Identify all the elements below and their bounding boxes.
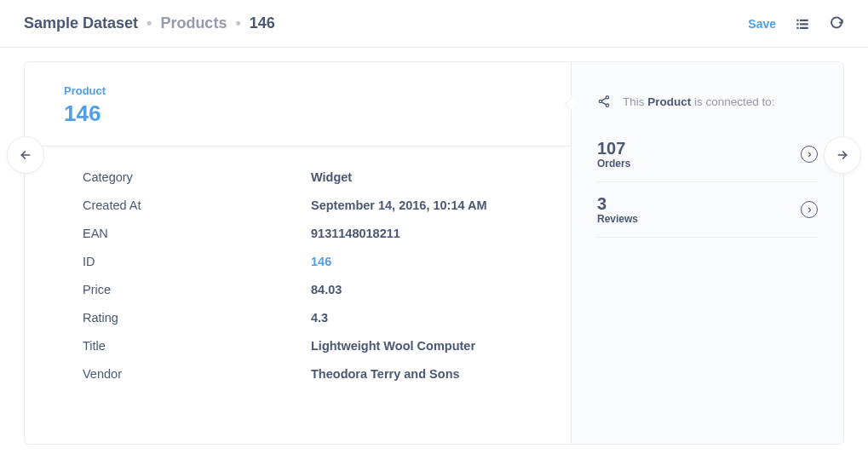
field-label: Rating <box>83 311 311 325</box>
app-header: Sample Dataset • Products • 146 Save <box>0 0 868 48</box>
related-item[interactable]: 107Orders <box>597 134 818 182</box>
field-value: Widget <box>311 170 352 184</box>
field-value: Theodora Terry and Sons <box>311 367 460 381</box>
refresh-icon[interactable] <box>829 16 844 32</box>
breadcrumb-separator: • <box>235 14 240 32</box>
list-icon[interactable] <box>795 16 810 32</box>
field-value: 9131148018211 <box>311 227 400 240</box>
field-row: ID146 <box>83 255 532 268</box>
field-row: EAN9131148018211 <box>83 227 532 240</box>
field-row: Created AtSeptember 14, 2016, 10:14 AM <box>83 198 532 212</box>
svg-point-6 <box>606 96 608 99</box>
field-label: Price <box>83 283 311 296</box>
field-row: Price84.03 <box>83 283 532 296</box>
related-count: 107 <box>597 139 630 158</box>
field-row: CategoryWidget <box>83 170 532 184</box>
record-details: Product 146 CategoryWidgetCreated AtSept… <box>25 62 571 444</box>
breadcrumb-table[interactable]: Products <box>160 14 227 32</box>
save-button[interactable]: Save <box>748 17 776 31</box>
record-header: Product 146 <box>25 62 571 147</box>
field-label: Created At <box>83 198 311 212</box>
entity-type-label: Product <box>64 84 532 97</box>
breadcrumb-id: 146 <box>250 14 275 32</box>
field-value[interactable]: 146 <box>311 255 331 268</box>
field-value: 4.3 <box>311 311 328 325</box>
svg-rect-3 <box>800 23 808 25</box>
related-label: Orders <box>597 158 630 170</box>
related-item[interactable]: 3Reviews <box>597 182 818 238</box>
record-card: Product 146 CategoryWidgetCreated AtSept… <box>24 61 844 445</box>
breadcrumb-separator: • <box>147 14 152 32</box>
field-label: ID <box>83 255 311 268</box>
field-label: Category <box>83 170 311 184</box>
prev-record-button[interactable] <box>7 136 44 174</box>
connected-header: This Product is connected to: <box>572 62 843 134</box>
field-value: September 14, 2016, 10:14 AM <box>311 198 487 212</box>
svg-rect-0 <box>796 19 798 20</box>
related-list: 107Orders3Reviews <box>572 134 843 238</box>
main: Product 146 CategoryWidgetCreated AtSept… <box>0 48 868 458</box>
svg-rect-5 <box>800 26 808 28</box>
field-label: Vendor <box>83 367 311 381</box>
field-value: Lightweight Wool Computer <box>311 339 475 353</box>
svg-rect-2 <box>796 23 798 25</box>
chevron-right-icon <box>801 201 818 218</box>
field-value: 84.03 <box>311 283 342 296</box>
next-record-button[interactable] <box>824 136 861 174</box>
field-label: Title <box>83 339 311 353</box>
field-row: VendorTheodora Terry and Sons <box>83 367 532 381</box>
header-actions: Save <box>748 16 844 32</box>
connected-text: This Product is connected to: <box>623 95 775 108</box>
breadcrumb-dataset[interactable]: Sample Dataset <box>24 14 138 32</box>
field-row: TitleLightweight Wool Computer <box>83 339 532 353</box>
svg-rect-4 <box>796 26 798 28</box>
field-label: EAN <box>83 227 311 240</box>
entity-id: 146 <box>64 101 532 127</box>
svg-line-9 <box>601 98 606 101</box>
field-row: Rating4.3 <box>83 311 532 325</box>
share-icon <box>597 95 611 108</box>
related-count: 3 <box>597 194 638 213</box>
svg-rect-1 <box>800 19 808 20</box>
related-label: Reviews <box>597 213 638 225</box>
chevron-right-icon <box>801 146 818 163</box>
breadcrumb: Sample Dataset • Products • 146 <box>24 14 275 32</box>
svg-point-7 <box>599 100 601 102</box>
svg-line-10 <box>601 102 606 105</box>
connected-panel: This Product is connected to: 107Orders3… <box>571 62 843 444</box>
svg-point-8 <box>606 104 608 106</box>
field-list: CategoryWidgetCreated AtSeptember 14, 20… <box>25 147 571 412</box>
